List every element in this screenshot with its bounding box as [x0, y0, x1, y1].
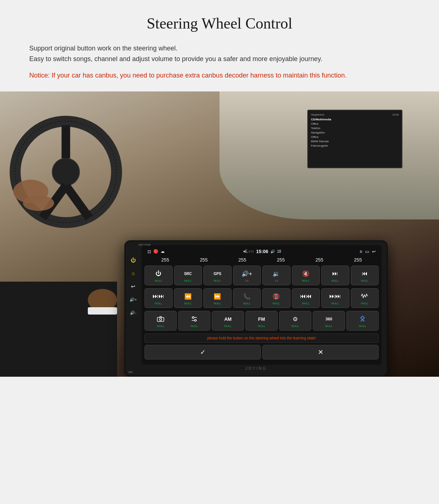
top-section: Steering Wheel Control Support original … [0, 0, 439, 91]
dash-screen-menu: CD/Multimedia Office Telefon Navigation … [311, 117, 399, 148]
vol-up-nav-icon[interactable]: 🔊+ [129, 296, 137, 304]
back-status-icon: ↩ [372, 249, 376, 254]
home-status-icon: ⊡ [147, 249, 151, 254]
button-grid-row1: ⏻ NULL SRC NULL GPS NULL 🔊+ [145, 266, 379, 285]
device-container: RST POW ⏻ ⌂ ↩ 🔊+ 🔊- ⊡ 🔴 ☁ [73, 201, 439, 377]
device-screen: ⊡ 🔴 ☁ ▾E.↑↑↑ 15:06 🔊 18 ≡ ▭ ↩ [142, 245, 382, 365]
ff2-icon: ⏩ [214, 292, 221, 301]
rst-pow-label: RST POW [139, 244, 151, 246]
btn-bluetooth[interactable]: NULL [346, 311, 379, 331]
eq-icon [361, 292, 368, 301]
svg-point-13 [160, 319, 162, 321]
dash-screen-header: Hauptmenü 14:04 [311, 113, 399, 116]
cloud-status-icon: ☁ [161, 249, 165, 254]
btn-vol-down[interactable]: 🔉 13 [262, 266, 290, 285]
btn-next-track-label: NULL [331, 302, 339, 305]
btn-prev-label: NULL [361, 279, 368, 282]
btn-call-reject[interactable]: 📵 NULL [262, 288, 290, 308]
btn-adjust[interactable]: NULL [178, 311, 210, 331]
next-icon: ⏭ [332, 269, 338, 278]
btn-am[interactable]: AM NULL [212, 311, 244, 331]
btn-camera-label: NULL [157, 324, 164, 328]
call-reject-icon: 📵 [273, 292, 280, 301]
btn-360[interactable]: 360 NULL [313, 311, 345, 331]
page-title: Steering Wheel Control [29, 15, 410, 32]
btn-vol-up[interactable]: 🔊+ 16 [233, 266, 261, 285]
vol-up-icon: 🔊+ [241, 269, 252, 278]
btn-settings[interactable]: ⚙ NULL [279, 311, 311, 331]
btn-fm-label: NULL [258, 324, 265, 328]
window-status-icon: ▭ [365, 249, 369, 254]
num-2: 255 [184, 257, 223, 263]
btn-rew-label: NULL [184, 302, 192, 305]
btn-fm[interactable]: FM NULL [245, 311, 278, 331]
power-nav-icon[interactable]: ⏻ [129, 256, 137, 264]
btn-360-label: NULL [325, 324, 333, 328]
360-icon: 360 [326, 315, 332, 323]
num-5: 255 [300, 257, 338, 263]
ff-icon: ⏭⏭ [153, 292, 164, 301]
btn-gps[interactable]: GPS NULL [203, 266, 232, 285]
device-brand: JOYING [131, 366, 382, 371]
button-grid-row3: NULL NULL [145, 311, 379, 331]
checkmark-icon: ✓ [200, 348, 206, 356]
btn-vol-up-label: 16 [245, 279, 248, 282]
dash-screen: Hauptmenü 14:04 CD/Multimedia Office Tel… [307, 110, 402, 168]
btn-ff[interactable]: ⏭⏭ NULL [145, 288, 173, 308]
btn-power-label: NULL [155, 279, 162, 282]
btn-next-label: NULL [331, 279, 339, 282]
btn-adjust-label: NULL [191, 324, 198, 328]
back-nav-icon[interactable]: ↩ [129, 282, 137, 290]
status-left: ⊡ 🔴 ☁ [147, 249, 165, 254]
btn-am-label: NULL [224, 324, 232, 328]
btn-call-reject-label: NULL [273, 302, 280, 305]
btn-src[interactable]: SRC NULL [174, 266, 202, 285]
vol-down-nav-icon[interactable]: 🔊- [129, 309, 137, 317]
cancel-button[interactable]: ✕ [262, 345, 379, 360]
bottom-buttons: ✓ ✕ [145, 345, 379, 360]
btn-eq-label: NULL [361, 302, 368, 305]
btn-prev-track-label: NULL [302, 302, 309, 305]
adjust-icon [191, 315, 198, 323]
car-radio-device: RST POW ⏻ ⌂ ↩ 🔊+ 🔊- ⊡ 🔴 ☁ [124, 240, 388, 377]
mic-label: MIC [128, 371, 133, 373]
signal-icon: ▾E.↑↑↑ [243, 249, 254, 253]
vol-down-icon: 🔉 [273, 269, 280, 278]
device-notice-text: please hold the button on the steering w… [148, 336, 375, 340]
num-3: 255 [223, 257, 262, 263]
confirm-button[interactable]: ✓ [145, 345, 261, 360]
next-track-icon: ⏭⏭ [329, 292, 341, 301]
btn-rew[interactable]: ⏪ NULL [174, 288, 202, 308]
btn-next[interactable]: ⏭ NULL [321, 266, 349, 285]
menu-status-icon: ≡ [360, 249, 362, 254]
description-text: Support original button work on the stee… [29, 43, 410, 64]
call-accept-icon: 📞 [243, 292, 251, 301]
btn-ff-label: NULL [155, 302, 162, 305]
num-6: 255 [339, 257, 377, 263]
src-icon: SRC [184, 269, 192, 278]
btn-call-accept[interactable]: 📞 NULL [233, 288, 261, 308]
num-4: 255 [262, 257, 300, 263]
home-nav-icon[interactable]: ⌂ [129, 269, 137, 277]
mute-icon: 🔇 [302, 269, 309, 278]
btn-prev-track[interactable]: ⏮⏮ NULL [292, 288, 320, 308]
prev-icon: ⏮ [362, 269, 368, 278]
notice-text: Notice: If your car has canbus, you need… [29, 70, 410, 81]
numbers-row: 255 255 255 255 255 255 [145, 257, 379, 263]
btn-camera[interactable]: NULL [145, 311, 177, 331]
device-notice-bar: please hold the button on the steering w… [145, 334, 379, 343]
svg-point-16 [192, 317, 194, 319]
btn-next-track[interactable]: ⏭⏭ NULL [321, 288, 349, 308]
btn-eq[interactable]: NULL [351, 288, 379, 308]
btn-gps-label: NULL [214, 279, 221, 282]
btn-bluetooth-label: NULL [359, 324, 366, 328]
power-icon: ⏻ [155, 269, 161, 278]
btn-ff2[interactable]: ⏩ NULL [203, 288, 232, 308]
status-bar: ⊡ 🔴 ☁ ▾E.↑↑↑ 15:06 🔊 18 ≡ ▭ ↩ [145, 248, 379, 255]
btn-mute[interactable]: 🔇 NULL [292, 266, 320, 285]
btn-prev[interactable]: ⏮ NULL [351, 266, 379, 285]
btn-power[interactable]: ⏻ NULL [145, 266, 173, 285]
prev-track-icon: ⏮⏮ [300, 292, 312, 301]
status-time: 15:06 [256, 249, 268, 254]
volume-level: 18 [277, 249, 281, 253]
